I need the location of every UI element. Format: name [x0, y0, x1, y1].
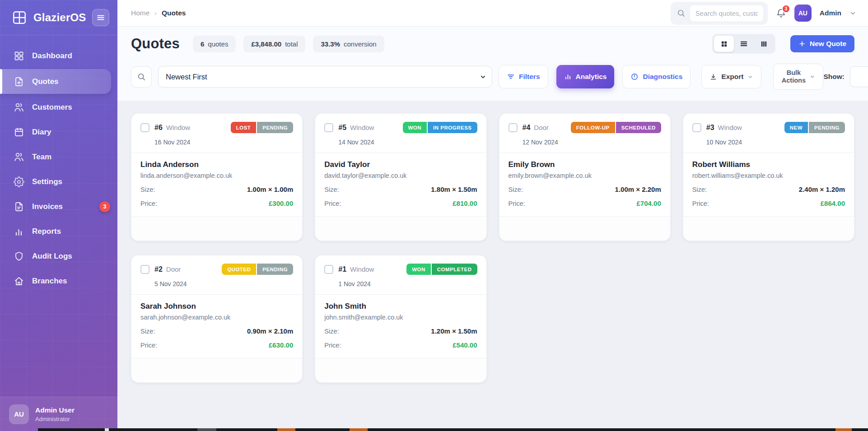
breadcrumb-current: Quotes: [162, 9, 186, 17]
list-view-icon: [740, 40, 748, 48]
quote-type: Window: [718, 124, 742, 131]
clock-icon: [630, 73, 639, 81]
sidebar-item-label: Audit Logs: [32, 252, 72, 261]
list-view-button[interactable]: [734, 36, 754, 52]
size-label: Size:: [140, 186, 155, 193]
breadcrumb-home[interactable]: Home: [131, 9, 149, 17]
show-label: Show:: [823, 73, 845, 81]
price-label: Price:: [140, 200, 157, 207]
sidebar-item-quotes[interactable]: Quotes: [0, 69, 111, 94]
quote-badges: FOLLOW-UPSCHEDULED: [571, 122, 661, 133]
diagnostics-button[interactable]: Diagnostics: [622, 65, 691, 88]
quote-checkbox[interactable]: [140, 123, 149, 132]
search-input[interactable]: [690, 5, 763, 21]
price-value: £540.00: [453, 341, 477, 349]
toolbar: Newest First Filters Analytics: [117, 59, 868, 101]
export-button[interactable]: Export: [701, 65, 761, 88]
sort-select[interactable]: Newest First: [158, 66, 492, 88]
window-pane-logo-icon: [11, 9, 28, 26]
user-name: Admin: [820, 9, 841, 17]
breadcrumb-separator-icon: ›: [154, 9, 157, 17]
sidebar-item-customers[interactable]: Customers: [0, 96, 117, 119]
sidebar-item-label: Reports: [32, 227, 61, 236]
size-label: Size:: [692, 186, 707, 193]
show-group: Show:: [823, 66, 868, 87]
sidebar-item-branches[interactable]: Branches: [0, 269, 117, 292]
sidebar-nav: DashboardQuotesCustomersDiaryTeamSetting…: [0, 35, 117, 397]
sidebar-item-team[interactable]: Team: [0, 145, 117, 168]
price-value: £810.00: [453, 199, 477, 207]
new-quote-button[interactable]: New Quote: [790, 35, 854, 52]
columns-view-button[interactable]: [754, 36, 774, 52]
sidebar-user-role: Administrator: [35, 416, 75, 422]
status-badge: LOST: [231, 122, 257, 133]
quote-date: 10 Nov 2024: [706, 139, 845, 146]
user-avatar[interactable]: AU: [794, 5, 812, 22]
quote-card-body: Emily Brown emily.brown@example.co.uk Si…: [499, 153, 670, 210]
size-value: 1.20m × 1.50m: [431, 327, 477, 335]
status-badge: COMPLETED: [432, 264, 477, 275]
stat-value: 6: [201, 40, 204, 48]
quote-card-header: #1 Window WONCOMPLETED 1 Nov 2024: [315, 255, 486, 295]
price-label: Price:: [324, 342, 341, 349]
quote-card-header: #3 Window NEWPENDING 10 Nov 2024: [683, 114, 854, 153]
bar-chart-icon: [564, 73, 572, 81]
stat-value: 33.3%: [321, 40, 340, 48]
quote-id: #5: [338, 124, 346, 132]
price-label: Price:: [324, 200, 341, 207]
sidebar-item-label: Invoices: [32, 202, 63, 211]
quote-card-footer: [131, 358, 302, 382]
toolbar-search-button[interactable]: [131, 66, 152, 88]
filters-button[interactable]: Filters: [499, 65, 548, 88]
quote-badges: QUOTEDPENDING: [222, 264, 293, 275]
show-select[interactable]: [850, 66, 868, 87]
sidebar-item-audit-logs[interactable]: Audit Logs: [0, 245, 117, 268]
menu-toggle-button[interactable]: [92, 9, 109, 26]
notification-count-badge: 3: [782, 5, 790, 13]
shield-icon: [14, 251, 24, 262]
size-value: 1.00m × 2.20m: [615, 185, 661, 193]
topbar-search: [671, 2, 768, 25]
user-menu-button[interactable]: [849, 10, 856, 17]
quote-checkbox[interactable]: [140, 265, 149, 274]
quote-date: 5 Nov 2024: [154, 280, 293, 287]
quote-checkbox[interactable]: [324, 265, 333, 274]
quote-id: #6: [154, 124, 163, 132]
sidebar-item-dashboard[interactable]: Dashboard: [0, 44, 117, 67]
grid-view-button[interactable]: [714, 36, 734, 52]
quote-id: #4: [523, 124, 531, 132]
quote-type: Window: [166, 124, 190, 131]
sidebar-header: GlazierOS: [0, 0, 117, 35]
size-label: Size:: [324, 186, 339, 193]
stat-label: conversion: [344, 40, 377, 48]
quote-date: 1 Nov 2024: [338, 280, 477, 287]
quote-checkbox[interactable]: [692, 123, 701, 132]
price-label: Price:: [692, 200, 709, 207]
customer-name: Linda Anderson: [140, 160, 293, 169]
stat-label: total: [285, 40, 298, 48]
quote-card-header: #5 Window WONIN PROGRESS 14 Nov 2024: [315, 114, 486, 153]
status-badge: SCHEDULED: [616, 122, 661, 133]
sidebar-item-reports[interactable]: Reports: [0, 220, 117, 243]
price-label: Price:: [140, 342, 157, 349]
sidebar-item-diary[interactable]: Diary: [0, 120, 117, 144]
bulk-actions-button[interactable]: BulkActions: [773, 64, 823, 90]
sidebar-item-settings[interactable]: Settings: [0, 170, 117, 193]
sidebar-item-invoices[interactable]: Invoices3: [0, 195, 117, 218]
notifications-button[interactable]: 3: [776, 8, 786, 19]
quote-card-body: Sarah Johnson sarah.johnson@example.co.u…: [131, 295, 302, 352]
app-logo: GlazierOS: [11, 9, 86, 26]
status-badge: FOLLOW-UP: [571, 122, 615, 133]
sidebar-count-badge: 3: [99, 201, 110, 212]
breadcrumb: Home › Quotes: [131, 9, 186, 17]
quote-type: Window: [350, 124, 374, 131]
status-badge: IN PROGRESS: [428, 122, 477, 133]
analytics-button[interactable]: Analytics: [556, 65, 615, 88]
quote-checkbox[interactable]: [324, 123, 333, 132]
size-value: 1.80m × 1.50m: [431, 185, 477, 193]
sidebar-user[interactable]: AU Admin User Administrator: [0, 397, 117, 431]
sidebar-user-name: Admin User: [35, 406, 75, 414]
gear-icon: [14, 176, 24, 187]
quote-checkbox[interactable]: [509, 123, 518, 132]
size-value: 1.00m × 1.00m: [247, 185, 293, 193]
